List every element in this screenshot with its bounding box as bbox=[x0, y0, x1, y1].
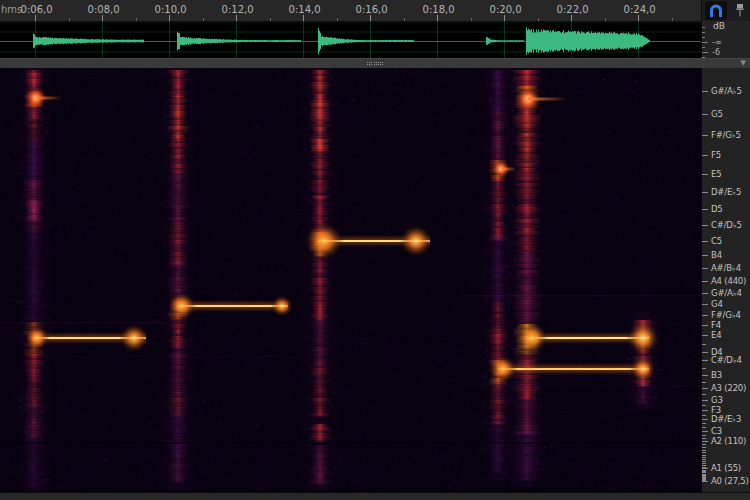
audio-editor-window: { "timeline": { "unit_label": "hms", "st… bbox=[0, 0, 750, 500]
pitch-tick bbox=[702, 465, 706, 466]
pitch-tick-labeled bbox=[702, 135, 708, 136]
pitch-label: D5 bbox=[711, 204, 723, 214]
pitch-tick-labeled bbox=[702, 281, 708, 282]
pitch-tick bbox=[702, 405, 706, 406]
pitch-tick bbox=[702, 344, 706, 345]
pitch-tick bbox=[702, 450, 706, 451]
pitch-tick-labeled bbox=[702, 293, 708, 294]
time-label: 0:16,0 bbox=[356, 4, 388, 15]
pitch-label: F4 bbox=[711, 320, 721, 330]
pitch-tick bbox=[702, 447, 706, 448]
pitch-label: E4 bbox=[711, 330, 721, 340]
spectrogram-canvas[interactable] bbox=[0, 68, 701, 492]
db-tick-minor bbox=[702, 32, 705, 33]
pitch-label: B4 bbox=[711, 250, 722, 260]
pitch-label: G#/A♭5 bbox=[711, 86, 742, 96]
pitch-tick-labeled bbox=[702, 431, 708, 432]
divider-menu-arrow[interactable]: ▼ bbox=[741, 59, 746, 68]
pitch-tick-labeled bbox=[702, 315, 708, 316]
divider-dot bbox=[374, 64, 375, 65]
pitch-label: A0 (27,5) bbox=[711, 476, 749, 486]
waveform-canvas[interactable] bbox=[0, 21, 701, 58]
pitch-tick-labeled bbox=[702, 192, 708, 193]
pitch-label: B3 bbox=[711, 370, 722, 380]
time-label: 0:20,0 bbox=[490, 4, 522, 15]
pitch-tick bbox=[702, 455, 706, 456]
pitch-tick bbox=[702, 479, 706, 480]
pitch-tick-labeled bbox=[702, 400, 708, 401]
time-label: 0:14,0 bbox=[289, 4, 321, 15]
pitch-label: G3 bbox=[711, 395, 723, 405]
divider-dot bbox=[380, 64, 381, 65]
pitch-label: D#/E♭5 bbox=[711, 187, 741, 197]
pitch-label: C3 bbox=[711, 426, 722, 436]
spectrogram-panel[interactable] bbox=[0, 68, 701, 492]
db-scale[interactable]: dB -∞-6 bbox=[701, 21, 750, 58]
monitor-button[interactable] bbox=[705, 1, 727, 20]
db-tick-minor bbox=[702, 47, 705, 48]
pitch-tick-labeled bbox=[702, 268, 708, 269]
pitch-label: A1 (55) bbox=[711, 463, 741, 473]
time-label: 0:24,0 bbox=[624, 4, 656, 15]
pitch-tick-labeled bbox=[702, 304, 708, 305]
pitch-tick-labeled bbox=[702, 241, 708, 242]
pitch-tick bbox=[702, 427, 706, 428]
horizontal-scrollbar[interactable] bbox=[0, 492, 750, 500]
pitch-tick-labeled bbox=[702, 352, 708, 353]
divider-dot bbox=[382, 64, 383, 65]
pitch-label: G4 bbox=[711, 299, 723, 309]
pitch-tick bbox=[702, 474, 706, 475]
pitch-scale[interactable]: G#/A♭5G5F#/G♭5F5E5D#/E♭5D5C#/D♭5C5B4A#/B… bbox=[701, 68, 750, 492]
pin-icon[interactable] bbox=[733, 2, 747, 19]
divider-dot bbox=[367, 64, 368, 65]
pitch-label: G5 bbox=[711, 109, 723, 119]
divider-dot bbox=[380, 62, 381, 63]
pitch-label: D#/E♭3 bbox=[711, 414, 741, 424]
pitch-tick bbox=[702, 475, 706, 476]
pitch-label: G#/A♭4 bbox=[711, 288, 742, 298]
divider-dot bbox=[369, 62, 370, 63]
time-label: 0:06,0 bbox=[21, 4, 53, 15]
pitch-tick bbox=[702, 415, 706, 416]
time-label: 0:22,0 bbox=[557, 4, 589, 15]
pitch-tick-labeled bbox=[702, 410, 708, 411]
pitch-tick-labeled bbox=[702, 174, 708, 175]
divider-dot bbox=[371, 62, 372, 63]
time-label: 0:08,0 bbox=[88, 4, 120, 15]
time-label: 0:18,0 bbox=[423, 4, 455, 15]
pitch-tick-labeled bbox=[702, 481, 708, 482]
pitch-tick bbox=[702, 471, 706, 472]
pitch-label: F#/G♭5 bbox=[711, 130, 741, 140]
time-label: 0:10,0 bbox=[155, 4, 187, 15]
pitch-tick-labeled bbox=[702, 155, 708, 156]
pitch-tick bbox=[702, 444, 706, 445]
db-tick bbox=[702, 42, 708, 43]
db-tick-minor bbox=[702, 27, 705, 28]
ruler-corner bbox=[701, 0, 750, 22]
divider-dot bbox=[378, 64, 379, 65]
pitch-tick bbox=[702, 438, 706, 439]
db-tick bbox=[702, 52, 708, 53]
divider-dot bbox=[376, 62, 377, 63]
divider-dot bbox=[382, 62, 383, 63]
pitch-label: F5 bbox=[711, 150, 721, 160]
pitch-label: C5 bbox=[711, 236, 722, 246]
pitch-tick bbox=[702, 478, 706, 479]
pitch-tick-labeled bbox=[702, 360, 708, 361]
pitch-tick bbox=[702, 394, 706, 395]
pitch-label: E5 bbox=[711, 169, 721, 179]
pitch-tick-labeled bbox=[702, 468, 708, 469]
pitch-tick-labeled bbox=[702, 388, 708, 389]
pitch-tick-labeled bbox=[702, 114, 708, 115]
pitch-label: A3 (220) bbox=[711, 383, 746, 393]
pitch-label: A4 (440) bbox=[711, 276, 746, 286]
divider-dot bbox=[367, 62, 368, 63]
pitch-label: C#/D♭4 bbox=[711, 355, 742, 365]
pitch-tick bbox=[702, 463, 706, 464]
waveform-panel[interactable] bbox=[0, 21, 701, 58]
pitch-label: A2 (110) bbox=[711, 436, 746, 446]
pitch-tick-labeled bbox=[702, 225, 708, 226]
pitch-tick bbox=[702, 461, 706, 462]
timeline-ruler[interactable]: hms 0:06,00:08,00:10,00:12,00:14,00:16,0… bbox=[0, 0, 701, 22]
pitch-tick bbox=[702, 368, 706, 369]
